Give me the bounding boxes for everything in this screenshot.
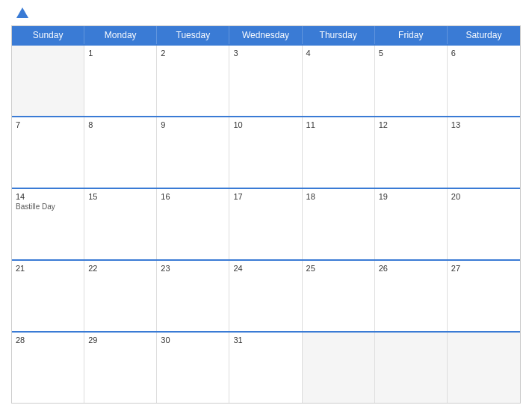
day-cell: 4 — [303, 46, 375, 116]
day-number: 16 — [161, 192, 225, 201]
day-cell: 24 — [229, 261, 302, 331]
week-row-3: 14Bastille Day151617181920 — [12, 188, 520, 259]
calendar-container: SundayMondayTuesdayWednesdayThursdayFrid… — [0, 0, 532, 411]
day-cell: 28 — [12, 333, 84, 403]
week-row-4: 21222324252627 — [12, 259, 520, 331]
day-cell: 18 — [303, 189, 375, 259]
day-cell: 26 — [375, 261, 448, 331]
calendar-header — [11, 7, 521, 19]
day-cell: 12 — [375, 117, 448, 188]
day-header-monday: Monday — [84, 26, 157, 44]
day-cell: 27 — [448, 261, 520, 331]
day-number: 11 — [306, 120, 371, 129]
day-number: 6 — [451, 49, 516, 58]
day-cell — [375, 333, 448, 403]
day-cell: 21 — [12, 261, 84, 331]
day-headers: SundayMondayTuesdayWednesdayThursdayFrid… — [12, 26, 520, 44]
day-header-tuesday: Tuesday — [157, 26, 229, 44]
day-cell — [12, 46, 84, 116]
day-cell: 19 — [375, 189, 448, 259]
day-cell: 6 — [448, 46, 520, 116]
day-cell: 22 — [84, 261, 157, 331]
day-header-sunday: Sunday — [12, 26, 84, 44]
day-number: 31 — [233, 336, 297, 344]
day-cell: 10 — [229, 117, 302, 188]
day-number: 20 — [451, 192, 516, 201]
day-number: 13 — [451, 120, 516, 129]
day-number: 22 — [88, 264, 152, 273]
day-number: 9 — [161, 120, 225, 129]
day-cell: 20 — [448, 189, 520, 259]
day-header-saturday: Saturday — [448, 26, 520, 44]
day-cell: 25 — [303, 261, 375, 331]
day-cell: 1 — [84, 46, 157, 116]
day-number: 18 — [306, 192, 371, 201]
calendar-grid: SundayMondayTuesdayWednesdayThursdayFrid… — [11, 25, 521, 404]
day-cell: 14Bastille Day — [12, 189, 84, 259]
day-number: 28 — [16, 336, 80, 344]
day-number: 10 — [233, 120, 297, 129]
day-cell — [303, 333, 375, 403]
day-number: 29 — [88, 336, 152, 344]
day-cell: 11 — [303, 117, 375, 188]
day-header-friday: Friday — [375, 26, 448, 44]
day-cell: 17 — [229, 189, 302, 259]
day-cell: 13 — [448, 117, 520, 188]
day-cell: 7 — [12, 117, 84, 188]
day-number: 8 — [88, 120, 152, 129]
day-number: 21 — [16, 264, 80, 273]
day-cell: 8 — [84, 117, 157, 188]
day-number: 23 — [161, 264, 225, 273]
week-row-5: 28293031 — [12, 331, 520, 403]
day-number: 17 — [233, 192, 297, 201]
day-header-thursday: Thursday — [303, 26, 375, 44]
event-label: Bastille Day — [16, 203, 80, 211]
day-cell: 3 — [229, 46, 302, 116]
day-cell: 9 — [157, 117, 229, 188]
week-row-2: 78910111213 — [12, 116, 520, 188]
day-cell: 2 — [157, 46, 229, 116]
day-number: 26 — [379, 264, 443, 273]
logo — [15, 7, 28, 19]
day-number: 3 — [233, 49, 297, 58]
day-number: 30 — [161, 336, 225, 344]
day-cell — [448, 333, 520, 403]
weeks-container: 1234567891011121314Bastille Day151617181… — [12, 44, 520, 403]
week-row-1: 123456 — [12, 44, 520, 116]
day-number: 7 — [16, 120, 80, 129]
logo-triangle-icon — [16, 7, 28, 18]
day-cell: 30 — [157, 333, 229, 403]
day-number: 27 — [451, 264, 516, 273]
day-number: 5 — [379, 49, 443, 58]
day-cell: 31 — [229, 333, 302, 403]
day-number: 2 — [161, 49, 225, 58]
day-number: 24 — [233, 264, 297, 273]
day-cell: 29 — [84, 333, 157, 403]
day-number: 25 — [306, 264, 371, 273]
day-cell: 23 — [157, 261, 229, 331]
day-header-wednesday: Wednesday — [229, 26, 302, 44]
day-cell: 16 — [157, 189, 229, 259]
day-number: 4 — [306, 49, 371, 58]
day-number: 15 — [88, 192, 152, 201]
day-cell: 5 — [375, 46, 448, 116]
day-number: 19 — [379, 192, 443, 201]
day-number: 12 — [379, 120, 443, 129]
day-number: 1 — [88, 49, 152, 58]
day-cell: 15 — [84, 189, 157, 259]
day-number: 14 — [16, 192, 80, 201]
